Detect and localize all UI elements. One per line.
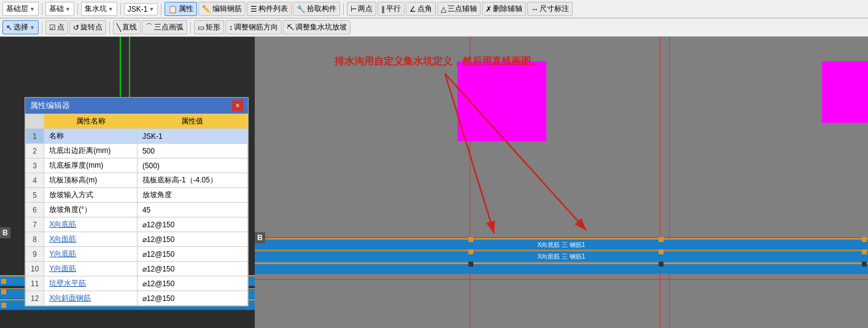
jsk-arrow-icon: ▼ — [149, 6, 154, 12]
prop-name-10[interactable]: Y向面筋 — [44, 262, 138, 276]
property-table: 属性名称 属性值 1名称JSK-12坑底出边距离(mm)5003坑底板厚度(mm… — [25, 114, 248, 306]
prop-value-10[interactable]: ⌀12@150 — [137, 262, 247, 276]
jsk-dropdown[interactable]: JSK-1 ▼ — [124, 3, 158, 15]
dimension-label: 尺寸标注 — [540, 4, 569, 14]
property-row-10[interactable]: 10Y向面筋⌀12@150 — [26, 262, 248, 276]
adjust-rebar-dir-icon: ↕ — [229, 23, 233, 32]
rectangle-button[interactable]: ▭ 矩形 — [194, 20, 224, 34]
toolbar-top: 基础层 ▼ 基础 ▼ 集水坑 ▼ JSK-1 ▼ 📋 属性 ✏️ 编辑钢筋 ☰ … — [0, 0, 868, 18]
three-point-aux-button[interactable]: △ 三点辅轴 — [437, 2, 481, 16]
rectangle-icon: ▭ — [198, 23, 204, 32]
edit-rebar-icon: ✏️ — [202, 5, 211, 14]
magenta-rect-2 — [822, 61, 868, 123]
pit-dropdown[interactable]: 集水坑 ▼ — [81, 2, 117, 16]
main-area: B 属性编辑器 × 属性名称 属性值 1名称JSK-12坑底出边距离(mm)50… — [0, 37, 868, 328]
prop-name-7[interactable]: X向底筋 — [44, 217, 138, 232]
row-num-5: 5 — [26, 188, 44, 203]
adjust-pit-slope-button[interactable]: ⛏ 调整集水坑放坡 — [283, 20, 351, 34]
adjust-pit-slope-label: 调整集水坑放坡 — [295, 22, 347, 33]
prop-name-5: 放坡输入方式 — [44, 188, 138, 203]
pick-component-button[interactable]: 🔧 拾取构件 — [293, 2, 340, 16]
small-sq-3 — [1, 303, 6, 308]
prop-value-7[interactable]: ⌀12@150 — [137, 217, 247, 232]
row-num-6: 6 — [26, 203, 44, 217]
delete-aux-button[interactable]: ✗ 删除辅轴 — [482, 2, 526, 16]
pick-label: 拾取构件 — [307, 4, 336, 14]
canvas-sq-6 — [659, 262, 664, 267]
sep2 — [77, 3, 78, 15]
prop-name-12[interactable]: X向斜面钢筋 — [44, 291, 138, 306]
property-row-11[interactable]: 11坑壁水平筋⌀12@150 — [26, 276, 248, 291]
prop-value-11[interactable]: ⌀12@150 — [137, 276, 247, 291]
prop-value-3[interactable]: (500) — [137, 158, 247, 173]
red-vline-2 — [660, 37, 661, 328]
sep5 — [343, 3, 344, 15]
component-list-label: 构件列表 — [258, 4, 288, 14]
line-button[interactable]: ╲ 直线 — [113, 20, 141, 34]
row-num-8: 8 — [26, 232, 44, 247]
parallel-button[interactable]: ∥ 平行 — [378, 2, 405, 16]
point-angle-button[interactable]: ∠ 点角 — [406, 2, 436, 16]
rectangle-label: 矩形 — [206, 22, 220, 33]
prop-value-12[interactable]: ⌀12@150 — [137, 291, 247, 306]
canvas-sq-right-2 — [862, 249, 867, 254]
arc-icon: ⌒ — [145, 22, 153, 33]
property-row-3[interactable]: 3坑底板厚度(mm)(500) — [26, 158, 248, 173]
property-row-12[interactable]: 12X向斜面钢筋⌀12@150 — [26, 291, 248, 306]
parallel-icon: ∥ — [381, 5, 385, 14]
property-row-6[interactable]: 6放坡角度(°）45 — [26, 203, 248, 217]
prop-name-11[interactable]: 坑壁水平筋 — [44, 276, 138, 291]
sep1 — [42, 3, 42, 15]
row-num-1: 1 — [26, 129, 44, 144]
property-row-8[interactable]: 8X向面筋⌀12@150 — [26, 232, 248, 247]
arc-button[interactable]: ⌒ 三点画弧 — [142, 20, 187, 34]
property-editor-title: 属性编辑器 — [30, 100, 70, 111]
prop-value-5[interactable]: 放坡角度 — [137, 188, 247, 203]
point-angle-icon: ∠ — [409, 5, 416, 14]
property-button[interactable]: 📋 属性 — [165, 2, 197, 16]
prop-value-8[interactable]: ⌀12@150 — [137, 232, 247, 247]
property-editor-close-button[interactable]: × — [232, 100, 243, 111]
row-num-9: 9 — [26, 247, 44, 262]
foundation-label: 基础 — [49, 4, 64, 14]
row-num-4: 4 — [26, 173, 44, 188]
col-value-header: 属性值 — [137, 114, 247, 129]
point-button[interactable]: ☑ 点 — [45, 20, 68, 34]
property-row-9[interactable]: 9Y向底筋⌀12@150 — [26, 247, 248, 262]
dimension-icon: ↔ — [531, 5, 538, 14]
dimension-button[interactable]: ↔ 尺寸标注 — [527, 2, 573, 16]
sep7 — [109, 21, 110, 34]
line-icon: ╲ — [117, 23, 121, 32]
prop-value-6[interactable]: 45 — [137, 203, 247, 217]
prop-name-9[interactable]: Y向底筋 — [44, 247, 138, 262]
property-row-7[interactable]: 7X向底筋⌀12@150 — [26, 217, 248, 232]
rotate-point-button[interactable]: ↺ 旋转点 — [69, 20, 106, 34]
red-hline-1 — [255, 237, 868, 238]
select-icon: ↖ — [6, 23, 12, 32]
green-vline-2 — [129, 37, 130, 98]
pit-label: 集水坑 — [85, 4, 107, 14]
prop-value-4[interactable]: 筏板底标高-1（-4.05） — [137, 173, 247, 188]
layer-dropdown[interactable]: 基础层 ▼ — [2, 2, 39, 16]
property-row-2[interactable]: 2坑底出边距离(mm)500 — [26, 144, 248, 158]
prop-name-8[interactable]: X向面筋 — [44, 232, 138, 247]
adjust-rebar-dir-button[interactable]: ↕ 调整钢筋方向 — [225, 20, 282, 34]
canvas-bar-label-1: X向底筋 三 钢筋1 — [538, 241, 586, 249]
pick-icon: 🔧 — [296, 5, 306, 14]
prop-value-9[interactable]: ⌀12@150 — [137, 247, 247, 262]
prop-value-2[interactable]: 500 — [137, 144, 247, 158]
property-row-4[interactable]: 4坑板顶标高(m)筏板底标高-1（-4.05） — [26, 173, 248, 188]
property-row-5[interactable]: 5放坡输入方式放坡角度 — [26, 188, 248, 203]
property-row-1[interactable]: 1名称JSK-1 — [26, 129, 248, 144]
select-button[interactable]: ↖ 选择 ▼ — [2, 20, 39, 34]
sep8 — [190, 21, 191, 34]
two-point-button[interactable]: ⊢ 两点 — [347, 2, 376, 16]
component-list-button[interactable]: ☰ 构件列表 — [247, 2, 292, 16]
prop-value-1[interactable]: JSK-1 — [137, 129, 247, 144]
foundation-dropdown[interactable]: 基础 ▼ — [45, 2, 74, 16]
small-sq-1 — [1, 279, 6, 284]
edit-rebar-button[interactable]: ✏️ 编辑钢筋 — [198, 2, 246, 16]
parallel-label: 平行 — [386, 4, 401, 14]
layer-label: 基础层 — [6, 4, 28, 14]
canvas-sq-right-1 — [862, 237, 867, 242]
